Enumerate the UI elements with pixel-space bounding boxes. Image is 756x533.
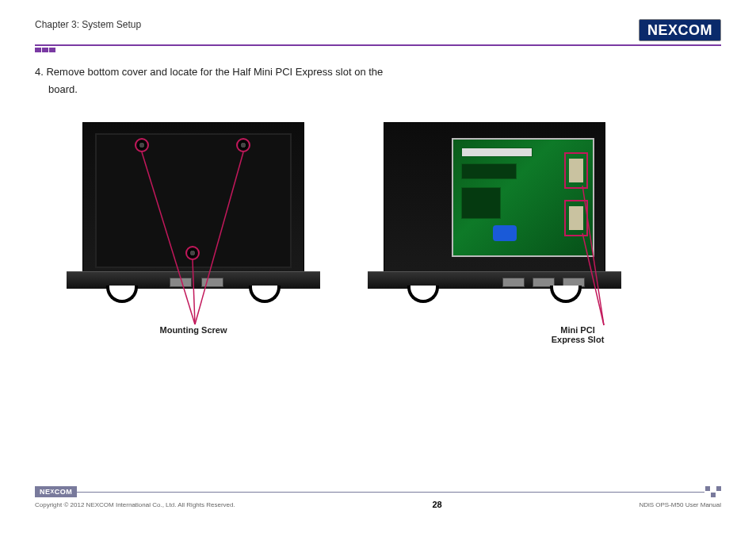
instruction-step-4: 4. Remove bottom cover and locate for th… xyxy=(35,63,721,98)
figure-left-label: Mounting Screw xyxy=(160,325,227,335)
figures-row: Mounting Screw xyxy=(35,122,721,344)
page-footer: NEXCOM Copyright © 2012 NEXCOM Internati… xyxy=(35,486,721,509)
figure-left: Mounting Screw xyxy=(67,122,320,344)
page-number: 28 xyxy=(432,500,441,509)
step-number: 4. xyxy=(35,66,44,78)
pcb-board xyxy=(452,138,594,257)
page-header: Chapter 3: System Setup NE COMNEXCOM xyxy=(35,19,721,41)
copyright-text: Copyright © 2012 NEXCOM International Co… xyxy=(35,501,235,508)
mini-pci-slot-marker xyxy=(564,200,588,236)
mini-pci-slot-marker xyxy=(564,152,588,189)
device-bottom-cover-image xyxy=(67,122,320,301)
step-text-line1: Remove bottom cover and locate for the H… xyxy=(46,66,383,78)
header-rule xyxy=(35,44,721,51)
figure-right-label: Mini PCI Express Slot xyxy=(552,325,605,344)
footer-nexcom-logo: NEXCOM xyxy=(35,486,77,497)
figure-right: Mini PCI Express Slot xyxy=(368,122,621,344)
footer-decoration-icon xyxy=(704,486,721,497)
device-board-image xyxy=(368,122,621,301)
manual-title: NDiS OPS-M50 User Manual xyxy=(639,501,721,508)
chapter-title: Chapter 3: System Setup xyxy=(35,19,141,30)
step-text-line2: board. xyxy=(48,81,721,98)
nexcom-logo: NE COMNEXCOM xyxy=(639,19,721,41)
